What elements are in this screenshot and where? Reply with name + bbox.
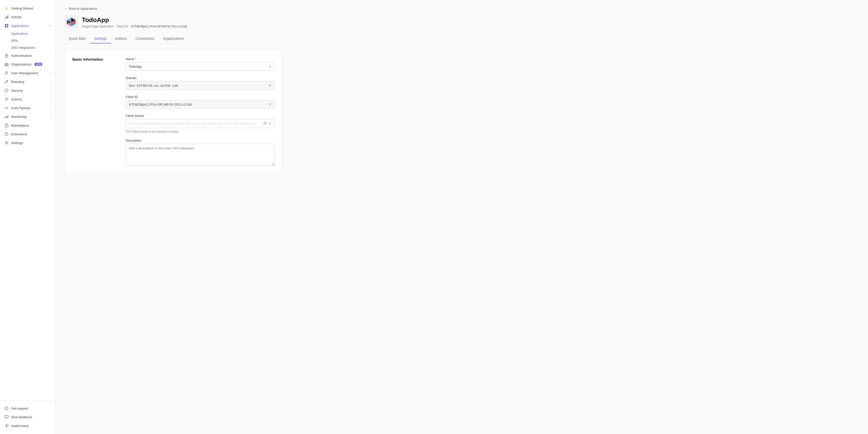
bolt-icon: ⚡	[4, 6, 9, 10]
section-title: Basic Information	[72, 57, 111, 166]
description-textarea[interactable]	[126, 144, 274, 166]
domain-copy-icon[interactable]: ⧉	[269, 83, 271, 88]
svg-rect-20	[5, 125, 8, 127]
app-type: Single Page Application	[82, 25, 114, 28]
tab-addons[interactable]: Addons	[111, 34, 131, 44]
form-fields: Name * ⧉ Domain ⧉ Client I	[126, 57, 274, 166]
client-secret-input[interactable]	[129, 122, 261, 125]
app-title: TodoApp	[82, 16, 187, 24]
name-field-group: Name * ⧉	[126, 57, 274, 71]
description-field-group: Description	[126, 139, 274, 166]
app-header: TodoApp Single Page Application Client I…	[64, 15, 859, 29]
back-link[interactable]: ← Back to Applications	[64, 7, 859, 10]
tab-connections[interactable]: Connections	[131, 34, 159, 44]
app-logo	[64, 15, 78, 29]
user-management-icon	[4, 71, 9, 75]
new-badge: NEW	[35, 63, 42, 66]
switch-back-icon	[4, 424, 9, 428]
domain-label: Domain	[126, 76, 274, 80]
description-label: Description	[126, 139, 274, 142]
svg-point-12	[6, 71, 7, 73]
tab-settings[interactable]: Settings	[90, 34, 111, 44]
svg-point-34	[263, 122, 267, 124]
support-icon	[4, 406, 9, 410]
name-input[interactable]	[129, 65, 267, 68]
applications-chevron: ∨	[49, 24, 51, 27]
svg-point-13	[6, 98, 7, 100]
sidebar-item-marketplace[interactable]: Marketplace	[0, 121, 56, 130]
svg-point-22	[6, 142, 7, 144]
sidebar-give-feedback[interactable]: Give feedback	[0, 413, 56, 422]
app-title-block: TodoApp Single Page Application Client I…	[82, 16, 187, 28]
client-id-header-value: kTFAEhBpAjzPSerUPiH6Y9rIRzLsiVa6	[131, 25, 187, 28]
sidebar-item-authentication[interactable]: Authentication ›	[0, 51, 56, 60]
tab-organizations[interactable]: Organizations	[159, 34, 188, 44]
sidebar-sub-applications[interactable]: Applications	[0, 30, 56, 37]
svg-rect-3	[8, 15, 8, 19]
sidebar-item-settings[interactable]: Settings	[0, 139, 56, 147]
monitoring-icon	[4, 114, 9, 119]
svg-rect-2	[7, 16, 7, 19]
client-secret-copy-icon[interactable]: ⧉	[269, 121, 271, 125]
svg-rect-21	[5, 133, 8, 136]
svg-rect-9	[5, 64, 6, 66]
authentication-icon	[4, 53, 9, 58]
svg-rect-0	[5, 18, 5, 19]
svg-rect-10	[6, 63, 7, 66]
sidebar-switch-back[interactable]: Switch back	[0, 422, 56, 430]
security-icon	[4, 88, 9, 93]
sidebar-sub-apis[interactable]: APIs	[0, 37, 56, 44]
client-id-input-wrapper: ⧉	[126, 100, 274, 109]
feedback-icon	[4, 415, 9, 419]
sidebar-item-user-management[interactable]: User Management ›	[0, 68, 56, 77]
svg-rect-18	[7, 116, 7, 118]
client-id-label: Client ID	[126, 95, 274, 99]
name-label: Name *	[126, 57, 274, 61]
svg-rect-19	[8, 115, 8, 118]
name-input-wrapper: ⧉	[126, 62, 274, 71]
back-arrow-icon: ←	[64, 7, 68, 10]
sidebar-get-support[interactable]: Get support	[0, 404, 56, 413]
svg-rect-17	[6, 116, 6, 118]
basic-information-card: Basic Information Name * ⧉ Domain ⧉	[64, 49, 282, 174]
svg-rect-4	[5, 24, 6, 25]
monitoring-chevron: ›	[50, 115, 51, 118]
svg-point-24	[6, 409, 7, 409]
organizations-icon	[4, 62, 9, 66]
domain-input[interactable]	[129, 84, 267, 88]
sidebar-item-security[interactable]: Security ›	[0, 86, 56, 95]
sidebar-item-actions[interactable]: Actions ›	[0, 95, 56, 104]
svg-rect-7	[7, 26, 8, 27]
sidebar-item-getting-started[interactable]: ⚡ Getting Started	[0, 4, 56, 12]
user-management-chevron: ›	[50, 71, 51, 75]
sidebar-item-auth-pipeline[interactable]: Auth Pipeline ›	[0, 104, 56, 112]
sidebar-sub-sso[interactable]: SSO Integrations	[0, 44, 56, 51]
client-secret-field-group: Client Secret ⧉ The Client Secret is not…	[126, 114, 274, 133]
sidebar-item-monitoring[interactable]: Monitoring ›	[0, 112, 56, 121]
sidebar-item-applications[interactable]: Applications ∨	[0, 21, 56, 30]
sidebar-item-branding[interactable]: Branding ›	[0, 77, 56, 86]
security-chevron: ›	[50, 89, 51, 92]
client-id-field-group: Client ID ⧉	[126, 95, 274, 109]
tabs: Quick Start Settings Addons Connections …	[64, 34, 859, 44]
settings-icon	[4, 141, 9, 145]
actions-icon	[4, 97, 9, 102]
client-secret-label: Client Secret	[126, 114, 274, 118]
sidebar-item-extensions[interactable]: Extensions	[0, 130, 56, 139]
app-meta: Single Page Application Client ID kTFAEh…	[82, 25, 187, 28]
extensions-icon	[4, 132, 9, 136]
client-secret-hint: The Client Secret is not base64 encoded.	[126, 130, 274, 133]
auth-pipeline-chevron: ›	[50, 107, 51, 109]
svg-rect-1	[6, 17, 6, 19]
client-id-copy-icon[interactable]: ⧉	[269, 102, 271, 107]
sidebar-bottom: Get support Give feedback Switch back	[0, 401, 56, 430]
svg-rect-25	[5, 415, 8, 418]
sidebar-item-organizations[interactable]: Organizations NEW	[0, 60, 56, 68]
client-secret-eye-icon[interactable]	[263, 121, 267, 126]
sidebar-item-activity[interactable]: Activity	[0, 12, 56, 21]
client-id-input[interactable]	[129, 103, 267, 107]
name-copy-icon[interactable]: ⧉	[269, 64, 271, 68]
tab-quick-start[interactable]: Quick Start	[64, 34, 90, 44]
client-secret-input-wrapper: ⧉	[126, 119, 274, 128]
svg-rect-6	[5, 26, 6, 27]
